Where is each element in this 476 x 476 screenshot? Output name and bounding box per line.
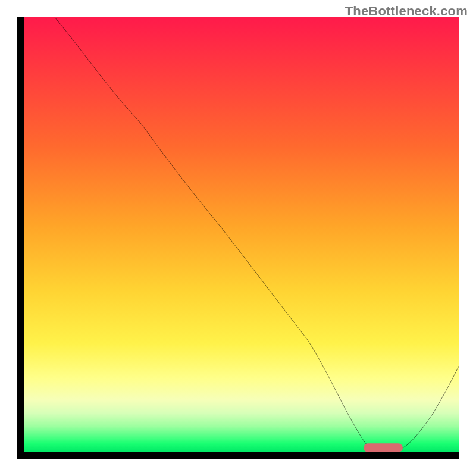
curve-path <box>54 17 459 450</box>
bottleneck-curve <box>24 17 459 452</box>
plot-area <box>17 17 459 459</box>
watermark-text: TheBottleneck.com <box>345 4 468 19</box>
optimal-range-marker <box>364 443 403 452</box>
chart-container: TheBottleneck.com <box>0 0 476 476</box>
